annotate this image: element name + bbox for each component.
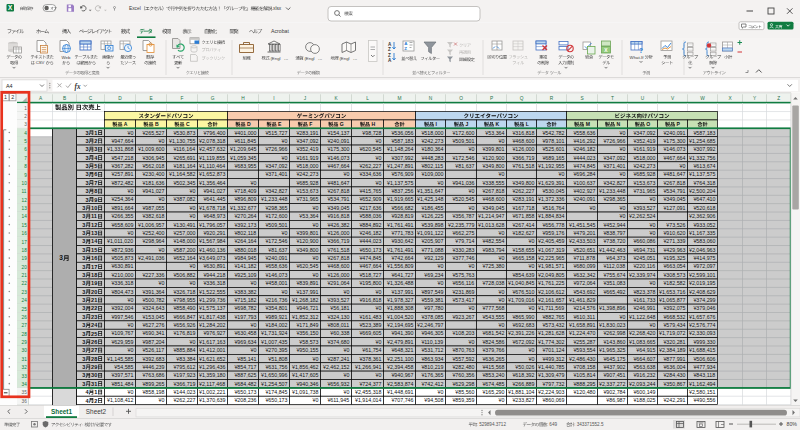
svg-text:B: B	[63, 96, 66, 101]
svg-text:2: 2	[11, 94, 14, 100]
svg-text:4: 4	[24, 131, 27, 136]
svg-text:(Engl: (Engl	[338, 56, 349, 61]
svg-text:(Engl: (Engl	[269, 56, 280, 61]
svg-text:¥1,002,221: ¥1,002,221	[199, 389, 226, 395]
svg-text:¥1,091,738: ¥1,091,738	[292, 389, 319, 395]
svg-text:X: X	[8, 4, 13, 11]
svg-text:P: P	[675, 121, 680, 127]
svg-text:.xlsx: .xlsx	[272, 6, 282, 11]
svg-text:12: 12	[22, 198, 28, 203]
svg-text:7: 7	[24, 156, 27, 161]
svg-text:16: 16	[22, 231, 28, 236]
svg-text:U: U	[641, 96, 645, 101]
svg-text:¥1,881,104: ¥1,881,104	[508, 389, 535, 395]
svg-text:D: D	[118, 96, 122, 101]
svg-text:J: J	[464, 121, 468, 127]
svg-text:¥860,069: ¥860,069	[542, 397, 564, 403]
svg-text:What-If: What-If	[630, 55, 645, 60]
svg-text:17: 17	[22, 240, 28, 245]
svg-text:Sheet1: Sheet1	[51, 408, 72, 415]
svg-text:Q: Q	[520, 96, 524, 101]
svg-text:34: 34	[22, 382, 28, 387]
svg-text:...: ...	[284, 55, 288, 61]
svg-text:23: 23	[22, 290, 28, 295]
svg-text:N: N	[429, 96, 433, 101]
svg-text:¥902,784: ¥902,784	[603, 389, 625, 395]
svg-text:¥0: ¥0	[438, 389, 444, 395]
svg-text:35: 35	[22, 390, 28, 395]
svg-text:¥86,987: ¥86,987	[606, 397, 625, 403]
svg-text:¥0: ¥0	[499, 397, 505, 403]
svg-text:...: ...	[353, 55, 357, 61]
svg-text:6: 6	[24, 147, 27, 152]
svg-text:11: 11	[22, 189, 27, 194]
svg-text:fx: fx	[75, 83, 81, 91]
svg-text:2: 2	[24, 114, 27, 119]
svg-text:¥233,827: ¥233,827	[512, 397, 534, 403]
svg-text:25: 25	[22, 307, 28, 312]
svg-text:20: 20	[22, 265, 28, 270]
svg-text:¥165,290: ¥165,290	[482, 389, 504, 395]
svg-text:10: 10	[22, 181, 28, 186]
svg-text:¥120,480: ¥120,480	[573, 389, 595, 395]
svg-text:2: 2	[94, 398, 97, 404]
svg-text:¥2,224,903: ¥2,224,903	[538, 389, 565, 395]
svg-text:¥650,173: ¥650,173	[234, 389, 256, 395]
svg-text:27: 27	[22, 323, 28, 328]
svg-text:M: M	[398, 96, 402, 101]
svg-text:CSV: CSV	[34, 60, 45, 65]
svg-text:I: I	[273, 96, 274, 101]
svg-text:¥1,108,412: ¥1,108,412	[107, 397, 134, 403]
svg-text:28: 28	[22, 332, 28, 337]
svg-text:Excel: Excel	[129, 6, 141, 11]
svg-text:1: 1	[4, 94, 7, 100]
svg-text:¥859,359: ¥859,359	[452, 397, 474, 403]
svg-text:3: 3	[24, 122, 27, 127]
svg-text:G: G	[211, 96, 215, 101]
svg-text:14: 14	[22, 214, 28, 219]
svg-text:¥490,556: ¥490,556	[693, 397, 715, 403]
svg-text:: 529894.3712: : 529894.3712	[477, 422, 507, 427]
svg-text:22: 22	[22, 281, 28, 286]
svg-text:W: W	[700, 96, 705, 101]
svg-text:...: ...	[318, 55, 322, 61]
svg-text:A: A	[123, 121, 128, 127]
svg-text:21: 21	[22, 273, 28, 278]
svg-text:29: 29	[22, 340, 28, 345]
svg-text:¥94,508: ¥94,508	[424, 397, 443, 403]
svg-text:L: L	[366, 96, 369, 101]
svg-text:R: R	[550, 96, 554, 101]
svg-text:8: 8	[24, 164, 27, 169]
svg-text:26: 26	[22, 315, 28, 320]
svg-text:¥707,746: ¥707,746	[391, 397, 413, 403]
svg-text:E: E	[149, 96, 152, 101]
svg-text:9: 9	[24, 173, 27, 178]
svg-text:31: 31	[22, 357, 28, 362]
svg-text:¥858,198: ¥858,198	[142, 389, 164, 395]
svg-text:E: E	[277, 121, 282, 127]
svg-text:F: F	[308, 121, 313, 127]
svg-text:¥262,227: ¥262,227	[173, 397, 195, 403]
svg-text:G: G	[338, 121, 343, 127]
svg-text:S: S	[580, 96, 583, 101]
svg-text:¥0: ¥0	[313, 397, 319, 403]
svg-text:¥0: ¥0	[344, 389, 350, 395]
svg-text:L: L	[524, 121, 529, 127]
svg-text:1: 1	[24, 106, 27, 111]
svg-text:¥2,580,151: ¥2,580,151	[689, 389, 716, 395]
svg-text:80%: 80%	[787, 421, 798, 427]
svg-text:13: 13	[22, 206, 28, 211]
svg-text:Z: Z	[777, 96, 780, 101]
svg-text:M: M	[584, 121, 590, 127]
svg-text:H: H	[241, 96, 245, 101]
svg-text:N: N	[615, 121, 620, 127]
svg-text:(Engl: (Engl	[303, 56, 314, 61]
svg-text:¥1,448,691: ¥1,448,691	[387, 389, 414, 395]
svg-text:C: C	[89, 96, 93, 101]
svg-text:F: F	[181, 96, 184, 101]
svg-text:36: 36	[22, 399, 28, 404]
svg-text:C: C	[185, 121, 190, 127]
svg-text:24: 24	[22, 298, 28, 303]
svg-text:¥144,023: ¥144,023	[173, 389, 195, 395]
svg-text:¥0: ¥0	[128, 389, 134, 395]
